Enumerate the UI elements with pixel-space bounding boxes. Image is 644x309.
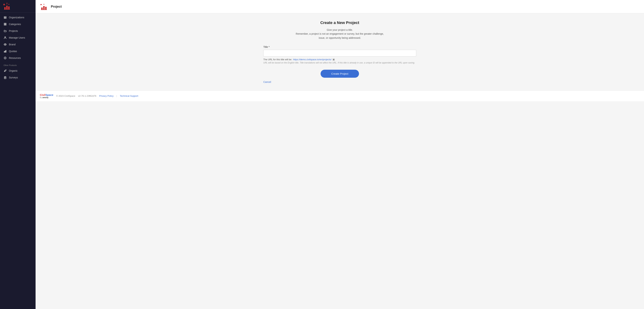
svg-rect-5: [6, 4, 7, 4]
form-description: Give your project a title. Remember, a p…: [263, 28, 416, 40]
url-link[interactable]: https://demo.civilspace.io/en/projects/: [293, 58, 332, 61]
sidebar-item-label: Resources: [9, 56, 21, 60]
svg-rect-25: [41, 8, 43, 10]
sidebar-item-label: Projects: [9, 30, 18, 32]
sidebar-item-label: Manage Users: [9, 36, 25, 39]
svg-rect-17: [5, 51, 6, 52]
footer-copyright: © 2023 CivilSpace: [56, 94, 75, 97]
svg-rect-16: [4, 52, 4, 52]
svg-point-14: [4, 36, 6, 38]
grid-icon: [4, 22, 7, 26]
svg-rect-2: [8, 6, 10, 9]
sidebar-item-brand[interactable]: Brand: [0, 41, 36, 48]
description-line1: Give your project a title.: [326, 28, 353, 31]
leaf-icon: [4, 69, 7, 72]
svg-rect-18: [6, 50, 6, 52]
sidebar-item-label: Categories: [9, 23, 21, 26]
url-hint: The URL for this title will be: https://…: [263, 58, 416, 61]
footer: CivilSpace By zencity © 2023 CivilSpace …: [36, 90, 644, 101]
svg-rect-0: [4, 7, 6, 9]
user-icon: [4, 36, 7, 39]
sidebar-logo: [0, 0, 36, 12]
svg-point-15: [5, 44, 6, 45]
header-logo: [40, 2, 48, 11]
svg-rect-10: [4, 23, 5, 24]
svg-rect-27: [45, 7, 46, 10]
title-field-group: Title * The URL for this title will be: …: [263, 46, 416, 64]
page-title: Project: [51, 5, 62, 8]
description-line3: issue, or opportunity being addressed.: [318, 36, 361, 39]
sidebar-item-resources[interactable]: Resources: [0, 54, 36, 61]
svg-rect-13: [5, 24, 6, 25]
building-icon: [4, 16, 7, 19]
civil-space-logo-icon: [3, 2, 11, 10]
create-project-button[interactable]: Create Project: [320, 70, 359, 78]
footer-space: Space: [46, 93, 53, 96]
svg-rect-30: [41, 10, 47, 10]
sidebar-nav: Organizations Categories Projects Manage…: [0, 12, 36, 81]
svg-marker-28: [40, 4, 42, 5]
header: Project: [36, 0, 644, 13]
footer-by: By: [40, 96, 42, 98]
form-container: Create a New Project Give your project a…: [260, 13, 420, 90]
sidebar-item-quotas[interactable]: Quotas: [0, 48, 36, 54]
sidebar-item-label: Quotas: [9, 50, 17, 53]
url-prefix-text: The URL for this title will be:: [263, 58, 292, 61]
copy-icon[interactable]: ▣: [332, 58, 335, 61]
content-area: Create a New Project Give your project a…: [36, 13, 644, 309]
svg-rect-26: [43, 6, 45, 10]
svg-rect-8: [4, 9, 10, 10]
svg-marker-4: [3, 4, 5, 4]
cancel-button[interactable]: Cancel: [263, 80, 416, 84]
clipboard-icon: [4, 76, 7, 79]
footer-logo: CivilSpace By zencity: [40, 94, 53, 98]
svg-rect-29: [44, 4, 44, 4]
sidebar-item-projects[interactable]: Projects: [0, 28, 36, 34]
privacy-policy-link[interactable]: Privacy Policy: [99, 94, 114, 97]
other-products-label: Other Products: [0, 61, 36, 68]
footer-version: v2-76-1-23f62d76: [78, 94, 96, 97]
url-note: URL will be based on the English title. …: [263, 62, 416, 64]
sidebar: Organizations Categories Projects Manage…: [0, 0, 36, 309]
header-logo-icon: [40, 2, 48, 11]
technical-support-link[interactable]: Technical Support: [120, 94, 138, 97]
svg-rect-6: [8, 4, 9, 4]
title-input[interactable]: [263, 50, 416, 56]
eye-icon: [4, 43, 7, 46]
svg-point-7: [6, 3, 7, 4]
footer-by-zencity: By zencity: [40, 96, 53, 98]
svg-rect-12: [4, 24, 5, 25]
sidebar-item-surveys[interactable]: Surveys: [0, 74, 36, 81]
main-content: Project Create a New Project Give your p…: [36, 0, 644, 309]
footer-separator: |: [116, 94, 117, 97]
svg-rect-3: [4, 4, 4, 5]
form-heading: Create a New Project: [263, 20, 416, 25]
sidebar-item-label: Surveys: [9, 76, 18, 79]
bar-chart-icon: [4, 50, 7, 53]
footer-civil: Civil: [40, 93, 46, 96]
description-line2: Remember, a project is not an engagement…: [296, 32, 384, 35]
folder-icon: [4, 29, 7, 32]
sidebar-item-manage-users[interactable]: Manage Users: [0, 34, 36, 41]
sidebar-item-categories[interactable]: Categories: [0, 21, 36, 28]
svg-rect-11: [5, 23, 6, 24]
sidebar-item-label: Brand: [9, 43, 16, 46]
footer-zencity: zencity: [42, 96, 48, 98]
sidebar-item-label: Organizations: [9, 16, 24, 19]
sidebar-item-organic[interactable]: Organic: [0, 68, 36, 74]
title-label: Title *: [263, 46, 416, 48]
info-icon: [4, 56, 7, 60]
footer-logo-name: CivilSpace: [40, 94, 53, 96]
sidebar-item-organizations[interactable]: Organizations: [0, 14, 36, 21]
sidebar-item-label: Organic: [9, 69, 18, 72]
svg-rect-1: [6, 6, 8, 9]
